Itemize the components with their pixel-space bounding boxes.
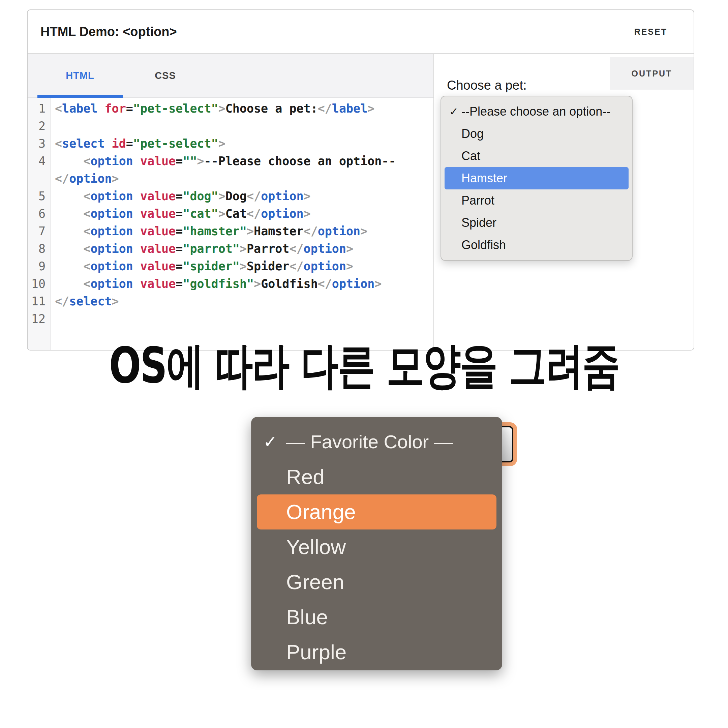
color-option-label: Red: [286, 465, 324, 488]
code-text: <option value="hamster">Hamster</option>: [50, 222, 367, 240]
line-number: 1: [28, 100, 50, 117]
code-text: <label for="pet-select">Choose a pet:</l…: [50, 100, 375, 117]
code-text: [50, 310, 55, 327]
check-icon: ✓: [449, 101, 458, 123]
pet-select-dropdown: ✓--Please choose an option--DogCatHamste…: [440, 96, 633, 261]
code-text: <select id="pet-select">: [50, 135, 225, 152]
favorite-color-dropdown: ✓ — Favorite Color — RedOrangeYellowGree…: [251, 417, 502, 670]
color-option-red[interactable]: Red: [251, 459, 502, 494]
code-line: 9 <option value="spider">Spider</option>: [28, 257, 433, 275]
code-text: <option value="parrot">Parrot</option>: [50, 240, 353, 257]
color-option-orange[interactable]: Orange: [257, 494, 497, 529]
code-line: 12: [28, 310, 433, 327]
code-line: 3<select id="pet-select">: [28, 135, 433, 152]
color-option-label: Green: [286, 570, 344, 593]
line-number: [28, 170, 50, 187]
code-line: 4 <option value="">--Please choose an op…: [28, 152, 433, 170]
code-text: <option value="spider">Spider</option>: [50, 257, 353, 275]
code-text: <option value="">--Please choose an opti…: [50, 152, 396, 170]
pet-option-cat[interactable]: Cat: [441, 145, 632, 167]
pet-option-label: Hamster: [461, 171, 507, 185]
code-line: </option>: [28, 170, 433, 187]
pet-option-spider[interactable]: Spider: [441, 212, 632, 234]
pet-option-parrot[interactable]: Parrot: [441, 190, 632, 212]
output-panel-label: OUTPUT: [610, 57, 694, 90]
code-line: 2: [28, 117, 433, 135]
line-number: 3: [28, 135, 50, 152]
pet-option-hamster[interactable]: Hamster: [445, 167, 629, 190]
code-line: 7 <option value="hamster">Hamster</optio…: [28, 222, 433, 240]
code-text: <option value="dog">Dog</option>: [50, 187, 311, 205]
reset-button[interactable]: RESET: [634, 27, 667, 37]
code-text: </select>: [50, 292, 119, 310]
pet-option-goldfish[interactable]: Goldfish: [441, 234, 632, 256]
color-option-blue[interactable]: Blue: [251, 600, 502, 635]
tab-css[interactable]: CSS: [123, 54, 208, 97]
check-icon: ✓: [263, 424, 277, 459]
code-line: 10 <option value="goldfish">Goldfish</op…: [28, 275, 433, 292]
output-panel: OUTPUT Choose a pet: ✓--Please choose an…: [434, 54, 694, 350]
pet-select-label: Choose a pet:: [447, 78, 527, 93]
pet-option-label: Dog: [461, 127, 484, 141]
code-text: </option>: [50, 170, 119, 187]
editor-tabbar: HTML CSS: [28, 54, 433, 98]
line-number: 12: [28, 310, 50, 327]
pet-option-label: Parrot: [461, 193, 494, 207]
demo-card-body: HTML CSS 1<label for="pet-select">Choose…: [28, 54, 694, 350]
color-option-yellow[interactable]: Yellow: [251, 529, 502, 564]
color-option-purple[interactable]: Purple: [251, 635, 502, 670]
line-number: 11: [28, 292, 50, 310]
line-number: 10: [28, 275, 50, 292]
code-line: 1<label for="pet-select">Choose a pet:</…: [28, 100, 433, 117]
code-editor[interactable]: 1<label for="pet-select">Choose a pet:</…: [28, 98, 433, 350]
demo-card: HTML Demo: <option> RESET HTML CSS 1<lab…: [27, 9, 694, 350]
color-option-label: Blue: [286, 605, 328, 629]
pet-option-label: --Please choose an option--: [461, 104, 610, 118]
code-text: [50, 117, 55, 135]
demo-card-header: HTML Demo: <option> RESET: [28, 10, 694, 54]
line-number: 5: [28, 187, 50, 205]
tab-html[interactable]: HTML: [37, 54, 123, 97]
color-option-label: Purple: [286, 640, 346, 664]
pet-option-label: Cat: [461, 149, 480, 163]
line-number: 2: [28, 117, 50, 135]
code-lines: 1<label for="pet-select">Choose a pet:</…: [28, 100, 433, 327]
code-text: <option value="goldfish">Goldfish</optio…: [50, 275, 382, 292]
line-number: 4: [28, 152, 50, 170]
line-number: 9: [28, 257, 50, 275]
pet-option-please-choose-an-option[interactable]: ✓--Please choose an option--: [441, 101, 632, 123]
pet-option-dog[interactable]: Dog: [441, 123, 632, 145]
code-text: <option value="cat">Cat</option>: [50, 205, 311, 222]
code-editor-panel: HTML CSS 1<label for="pet-select">Choose…: [28, 54, 434, 350]
line-number: 8: [28, 240, 50, 257]
color-option-green[interactable]: Green: [251, 564, 502, 600]
pet-option-label: Goldfish: [461, 238, 506, 252]
line-number: 7: [28, 222, 50, 240]
code-line: 5 <option value="dog">Dog</option>: [28, 187, 433, 205]
page-title: HTML Demo: <option>: [40, 24, 177, 39]
code-line: 8 <option value="parrot">Parrot</option>: [28, 240, 433, 257]
color-option-title[interactable]: ✓ — Favorite Color —: [251, 424, 502, 459]
color-option-label: Yellow: [286, 535, 346, 558]
pet-option-label: Spider: [461, 216, 497, 229]
code-line: 11</select>: [28, 292, 433, 310]
color-menu-title: — Favorite Color —: [286, 431, 453, 452]
line-number: 6: [28, 205, 50, 222]
korean-caption: OS에 따라 다른 모양을 그려줌: [0, 333, 728, 399]
color-option-label: Orange: [286, 500, 356, 523]
code-line: 6 <option value="cat">Cat</option>: [28, 205, 433, 222]
